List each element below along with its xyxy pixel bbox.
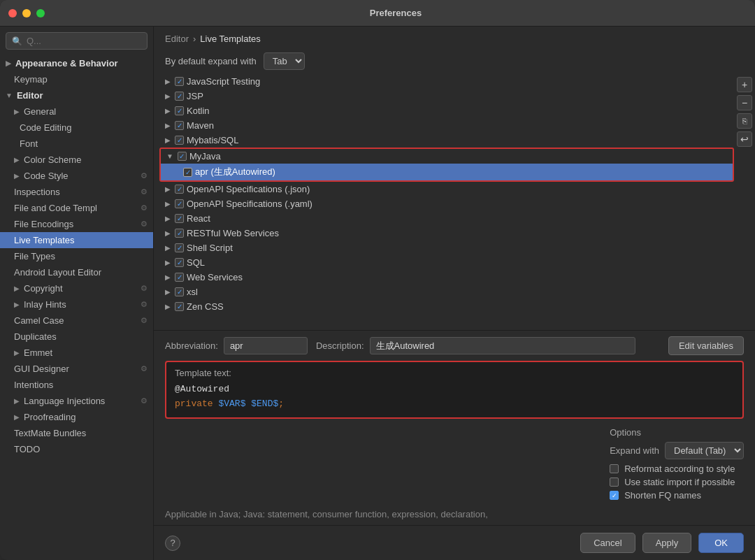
group-header-xsl[interactable]: ▶ ✓ xsl (159, 285, 755, 299)
group-header-sql[interactable]: ▶ ✓ SQL (159, 255, 755, 270)
group-header-maven[interactable]: ▶ ✓ Maven (159, 118, 755, 133)
group-header-js-testing[interactable]: ▶ ✓ JavaScript Testing (159, 74, 755, 89)
sidebar-item-label: Color Scheme (24, 155, 81, 165)
sidebar-item-proofreading[interactable]: ▶ Proofreading (0, 409, 153, 425)
minimize-button[interactable] (22, 9, 31, 17)
sidebar-item-code-editing[interactable]: Code Editing (0, 120, 153, 136)
group-checkbox-sql[interactable]: ✓ (175, 258, 184, 267)
group-header-jsp[interactable]: ▶ ✓ JSP (159, 89, 755, 103)
options-section: Options Expand with Default (Tab) Reform… (610, 427, 744, 501)
group-header-mybatis[interactable]: ▶ ✓ Mybatis/SQL (159, 133, 755, 148)
sidebar-item-intentions[interactable]: Intentions (0, 377, 153, 393)
template-code: @Autowired private $VAR$ $END$; (175, 382, 734, 412)
group-checkbox-mybatis[interactable]: ✓ (175, 136, 184, 145)
group-openapi-yaml: ▶ ✓ OpenAPI Specifications (.yaml) (159, 196, 755, 211)
sidebar-item-appearance[interactable]: ▶ Appearance & Behavior (0, 55, 153, 71)
group-mybatis: ▶ ✓ Mybatis/SQL (159, 133, 755, 148)
apply-button[interactable]: Apply (642, 533, 692, 553)
sidebar-item-duplicates[interactable]: Duplicates (0, 329, 153, 345)
sidebar-item-file-code-templates[interactable]: File and Code Templ ⚙ (0, 200, 153, 216)
group-header-restful[interactable]: ▶ ✓ RESTful Web Services (159, 226, 755, 240)
expand-with-select[interactable]: Default (Tab) (665, 442, 744, 459)
group-checkbox-maven[interactable]: ✓ (175, 121, 184, 130)
sidebar-item-file-encodings[interactable]: File Encodings ⚙ (0, 216, 153, 232)
sidebar-item-code-style[interactable]: ▶ Code Style ⚙ (0, 168, 153, 184)
chevron-right-icon: ▶ (165, 122, 171, 129)
option-shorten-fq: Shorten FQ names (610, 490, 744, 501)
static-import-checkbox[interactable] (610, 478, 619, 487)
cancel-button[interactable]: Cancel (580, 533, 635, 553)
sidebar-item-editor[interactable]: ▼ Editor (0, 87, 153, 103)
group-checkbox-js-testing[interactable]: ✓ (175, 77, 184, 86)
group-checkbox-xsl[interactable]: ✓ (175, 287, 184, 296)
group-maven: ▶ ✓ Maven (159, 118, 755, 133)
sidebar-item-label: TextMate Bundles (14, 428, 86, 438)
sidebar-item-emmet[interactable]: ▶ Emmet (0, 345, 153, 361)
group-header-zen-css[interactable]: ▶ ✓ Zen CSS (159, 299, 755, 313)
sidebar-item-label: Duplicates (14, 331, 57, 342)
add-button[interactable]: + (737, 77, 752, 92)
close-button[interactable] (8, 9, 17, 17)
group-checkbox-web-services[interactable]: ✓ (175, 273, 184, 282)
sidebar-item-label: Font (20, 138, 38, 149)
remove-button[interactable]: − (737, 95, 752, 110)
sidebar-item-label: Inspections (14, 187, 60, 197)
group-header-shell[interactable]: ▶ ✓ Shell Script (159, 240, 755, 255)
group-react: ▶ ✓ React (159, 211, 755, 226)
description-input[interactable] (370, 337, 635, 354)
group-checkbox-react[interactable]: ✓ (175, 214, 184, 223)
abbreviation-input[interactable] (224, 337, 308, 354)
search-box[interactable]: 🔍 (6, 32, 148, 50)
sidebar-item-font[interactable]: Font (0, 136, 153, 152)
sidebar-item-language-injections[interactable]: ▶ Language Injections ⚙ (0, 393, 153, 409)
reformat-checkbox[interactable] (610, 464, 619, 473)
group-header-myjava[interactable]: ▼ ✓ MyJava (161, 149, 733, 164)
group-header-openapi-json[interactable]: ▶ ✓ OpenAPI Specifications (.json) (159, 182, 755, 196)
chevron-right-icon: ▶ (165, 259, 171, 266)
group-checkbox-restful[interactable]: ✓ (175, 229, 184, 238)
group-checkbox-openapi-json[interactable]: ✓ (175, 185, 184, 194)
group-checkbox-shell[interactable]: ✓ (175, 243, 184, 252)
copy-button[interactable]: ⎘ (737, 113, 752, 129)
sidebar-item-color-scheme[interactable]: ▶ Color Scheme (0, 152, 153, 168)
sidebar-item-todo[interactable]: TODO (0, 441, 153, 457)
detail-panel: Abbreviation: Description: Edit variable… (154, 330, 755, 525)
group-checkbox-openapi-yaml[interactable]: ✓ (175, 199, 184, 208)
group-header-react[interactable]: ▶ ✓ React (159, 211, 755, 226)
group-label: SQL (187, 257, 205, 268)
group-header-openapi-yaml[interactable]: ▶ ✓ OpenAPI Specifications (.yaml) (159, 196, 755, 211)
maximize-button[interactable] (36, 9, 45, 17)
sidebar-item-textmate-bundles[interactable]: TextMate Bundles (0, 425, 153, 441)
group-checkbox-jsp[interactable]: ✓ (175, 92, 184, 101)
sidebar-item-label: Code Style (24, 171, 69, 181)
sidebar-item-inlay-hints[interactable]: ▶ Inlay Hints ⚙ (0, 296, 153, 313)
group-checkbox-kotlin[interactable]: ✓ (175, 106, 184, 115)
sidebar-item-android-layout-editor[interactable]: Android Layout Editor (0, 264, 153, 280)
item-checkbox-apr[interactable]: ✓ (183, 168, 192, 177)
chevron-right-icon: ▶ (14, 397, 20, 405)
reset-button[interactable]: ↩ (737, 131, 752, 147)
sidebar-item-live-templates[interactable]: Live Templates (0, 232, 153, 248)
expand-with-select[interactable]: Tab (264, 52, 305, 70)
group-header-kotlin[interactable]: ▶ ✓ Kotlin (159, 103, 755, 118)
search-input[interactable] (27, 36, 141, 46)
group-header-web-services[interactable]: ▶ ✓ Web Services (159, 270, 755, 285)
sidebar-item-gui-designer[interactable]: GUI Designer ⚙ (0, 361, 153, 377)
group-checkbox-myjava[interactable]: ✓ (178, 152, 187, 161)
template-item-apr[interactable]: ✓ apr (生成Autowired) (161, 164, 733, 180)
ok-button[interactable]: OK (698, 533, 744, 553)
sidebar-item-inspections[interactable]: Inspections ⚙ (0, 184, 153, 200)
sidebar-item-keymap[interactable]: Keymap (0, 71, 153, 87)
sidebar-item-camel-case[interactable]: Camel Case ⚙ (0, 313, 153, 329)
sidebar-item-copyright[interactable]: ▶ Copyright ⚙ (0, 280, 153, 296)
group-web-services: ▶ ✓ Web Services (159, 270, 755, 285)
sidebar-item-general[interactable]: ▶ General (0, 103, 153, 120)
help-button[interactable]: ? (165, 536, 180, 551)
sidebar-item-file-types[interactable]: File Types (0, 248, 153, 264)
sidebar-item-label: GUI Designer (14, 364, 69, 374)
gear-icon: ⚙ (141, 364, 148, 373)
shorten-fq-checkbox[interactable] (610, 491, 619, 500)
group-checkbox-zen-css[interactable]: ✓ (175, 302, 184, 311)
chevron-right-icon: ▶ (165, 92, 171, 100)
edit-variables-button[interactable]: Edit variables (668, 336, 744, 355)
